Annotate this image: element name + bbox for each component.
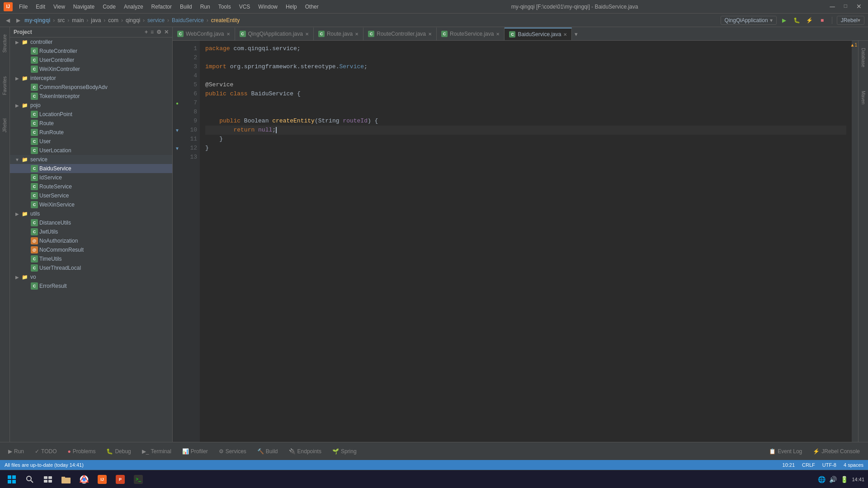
status-indent[interactable]: 4 spaces: [844, 462, 863, 468]
tree-item-vo[interactable]: ▶ 📁 vo: [10, 272, 172, 282]
bottom-tab-spring[interactable]: 🌱 Spring: [328, 446, 361, 456]
tree-item-userlocation[interactable]: C UserLocation: [10, 146, 172, 155]
sidebar-gear[interactable]: ⚙: [156, 29, 161, 35]
tree-item-distanceutils[interactable]: C DistanceUtils: [10, 218, 172, 227]
tree-item-pojo[interactable]: ▶ 📁 pojo: [10, 101, 172, 110]
tab-close[interactable]: ✕: [428, 32, 432, 37]
taskbar-battery-icon[interactable]: 🔋: [840, 476, 848, 483]
tab-webconfig[interactable]: C WebConfig.java ✕: [173, 28, 235, 40]
structure-label[interactable]: Structure: [1, 32, 8, 56]
taskbar-intellij[interactable]: IJ: [94, 471, 110, 488]
bottom-tab-terminal[interactable]: ▶_ Terminal: [137, 446, 176, 456]
tree-item-weixinservice[interactable]: C WeiXinService: [10, 200, 172, 209]
tree-item-route[interactable]: C Route: [10, 119, 172, 128]
maven-label[interactable]: Maven: [860, 88, 867, 107]
breadcrumb-com[interactable]: com: [108, 17, 118, 23]
taskbar-file-explorer[interactable]: [58, 471, 74, 488]
tab-qingqiapplication[interactable]: C QingQiApplication.java ✕: [235, 28, 314, 40]
tab-close[interactable]: ✕: [226, 32, 230, 37]
tree-item-baiduservice[interactable]: C BaiduService: [10, 164, 172, 173]
tree-item-jwtutils[interactable]: C JwtUtils: [10, 227, 172, 236]
tree-item-userservice[interactable]: C UserService: [10, 191, 172, 200]
bottom-tab-eventlog[interactable]: 📋 Event Log: [764, 446, 807, 456]
menu-vcs[interactable]: VCS: [236, 3, 254, 11]
bottom-tab-problems[interactable]: ● Problems: [63, 446, 100, 456]
breadcrumb-main[interactable]: main: [72, 17, 84, 23]
database-label[interactable]: Database: [860, 45, 867, 70]
tree-item-usercontroller[interactable]: C UserController: [10, 56, 172, 65]
maximize-button[interactable]: □: [841, 3, 850, 11]
minimize-button[interactable]: ─: [827, 3, 837, 11]
tree-item-weixincontroller[interactable]: C WeiXinController: [10, 65, 172, 74]
tab-close[interactable]: ✕: [563, 32, 567, 37]
tab-baiduservice[interactable]: C BaiduService.java ✕: [505, 28, 572, 40]
tab-close[interactable]: ✕: [496, 32, 500, 37]
tree-item-commonresponsebodyadv[interactable]: C CommonResponseBodyAdv: [10, 83, 172, 92]
bottom-tab-services[interactable]: ⚙ Services: [214, 446, 251, 456]
sidebar-close[interactable]: ✕: [164, 29, 169, 35]
tree-item-utils[interactable]: ▶ 📁 utils: [10, 209, 172, 218]
jrebel-selector[interactable]: JRebel ▾: [837, 16, 864, 25]
breadcrumb-service[interactable]: service: [147, 17, 165, 23]
menu-view[interactable]: View: [50, 3, 69, 11]
code-editor[interactable]: package com.qingqi.service; import org.s…: [200, 41, 852, 442]
menu-run[interactable]: Run: [197, 3, 214, 11]
menu-tools[interactable]: Tools: [215, 3, 235, 11]
tree-item-controller[interactable]: ▶ 📁 controller: [10, 38, 172, 47]
breadcrumb-createentity[interactable]: createEntity: [211, 17, 240, 23]
tree-item-noauthorization[interactable]: @ NoAuthorization: [10, 236, 172, 245]
taskbar-taskview[interactable]: [40, 471, 56, 488]
menu-refactor[interactable]: Refactor: [148, 3, 175, 11]
taskbar-chrome[interactable]: [76, 471, 92, 488]
tab-close[interactable]: ✕: [305, 32, 309, 37]
bottom-tab-debug[interactable]: 🐛 Debug: [102, 446, 135, 456]
bottom-tab-todo[interactable]: ✓ TODO: [30, 446, 61, 456]
bottom-tab-run[interactable]: ▶ Run: [4, 446, 28, 456]
menu-other[interactable]: Other: [302, 3, 322, 11]
tab-overflow[interactable]: ▾: [572, 28, 580, 40]
bottom-tab-build[interactable]: 🔨 Build: [253, 446, 283, 456]
sidebar-new-file[interactable]: +: [145, 29, 148, 35]
breadcrumb-java[interactable]: java: [91, 17, 101, 23]
taskbar-start[interactable]: [4, 471, 20, 488]
tree-item-runroute[interactable]: C RunRoute: [10, 128, 172, 137]
close-button[interactable]: ✕: [854, 3, 864, 11]
menu-navigate[interactable]: Navigate: [70, 3, 98, 11]
taskbar-terminal[interactable]: >_: [130, 471, 146, 488]
breadcrumb-src[interactable]: src: [57, 17, 65, 23]
taskbar-network-icon[interactable]: 🌐: [818, 476, 826, 483]
breadcrumb-baiduservice[interactable]: BaiduService: [172, 17, 204, 23]
tree-item-service[interactable]: ▼ 📁 service: [10, 155, 172, 164]
tree-item-idservice[interactable]: C IdService: [10, 173, 172, 182]
favorites-label[interactable]: Favorites: [1, 74, 8, 98]
menu-analyze[interactable]: Analyze: [120, 3, 147, 11]
nav-forward[interactable]: ▶: [14, 16, 23, 24]
menu-help[interactable]: Help: [282, 3, 301, 11]
menu-edit[interactable]: Edit: [32, 3, 49, 11]
taskbar-powerpoint[interactable]: P: [112, 471, 128, 488]
tab-routecontroller[interactable]: C RouteController.java ✕: [363, 28, 437, 40]
tree-item-routecontroller[interactable]: ▶ C RouteController: [10, 47, 172, 56]
tree-item-user[interactable]: C User: [10, 137, 172, 146]
run-with-coverage-button[interactable]: ⚡: [805, 15, 815, 25]
tab-route[interactable]: C Route.java ✕: [314, 28, 363, 40]
tree-item-tokeninterceptor[interactable]: C TokenInterceptor: [10, 92, 172, 101]
run-config-selector[interactable]: QingQiApplication ▾: [721, 16, 777, 25]
tree-item-timeutils[interactable]: C TimeUtils: [10, 254, 172, 263]
status-line-ending[interactable]: CRLF: [802, 462, 815, 468]
menu-code[interactable]: Code: [99, 3, 119, 11]
bottom-tab-endpoints[interactable]: 🔌 Endpoints: [284, 446, 326, 456]
status-position[interactable]: 10:21: [783, 462, 795, 468]
debug-button[interactable]: 🐛: [792, 15, 802, 25]
menu-build[interactable]: Build: [176, 3, 196, 11]
stop-button[interactable]: ■: [817, 15, 827, 25]
bottom-tab-jrebel-console[interactable]: ⚡ JRebel Console: [808, 446, 864, 456]
taskbar-volume-icon[interactable]: 🔊: [829, 476, 837, 483]
tree-item-routeservice[interactable]: C RouteService: [10, 182, 172, 191]
breadcrumb-qingqi[interactable]: qingqi: [126, 17, 140, 23]
menu-file[interactable]: File: [15, 3, 31, 11]
sidebar-compact[interactable]: ≡: [151, 29, 154, 35]
right-scrollbar[interactable]: ▲1: [852, 41, 858, 442]
jrebel-label-side[interactable]: JRebel: [1, 116, 8, 135]
run-button[interactable]: ▶: [779, 15, 789, 25]
